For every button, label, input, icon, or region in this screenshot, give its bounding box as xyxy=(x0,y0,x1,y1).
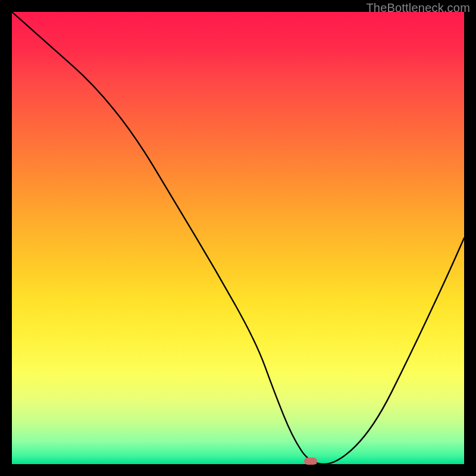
curve-path xyxy=(12,12,464,464)
bottleneck-curve xyxy=(12,12,464,464)
plot-area xyxy=(12,12,464,464)
optimal-marker xyxy=(304,458,317,465)
chart-stage: TheBottleneck.com xyxy=(0,0,476,476)
